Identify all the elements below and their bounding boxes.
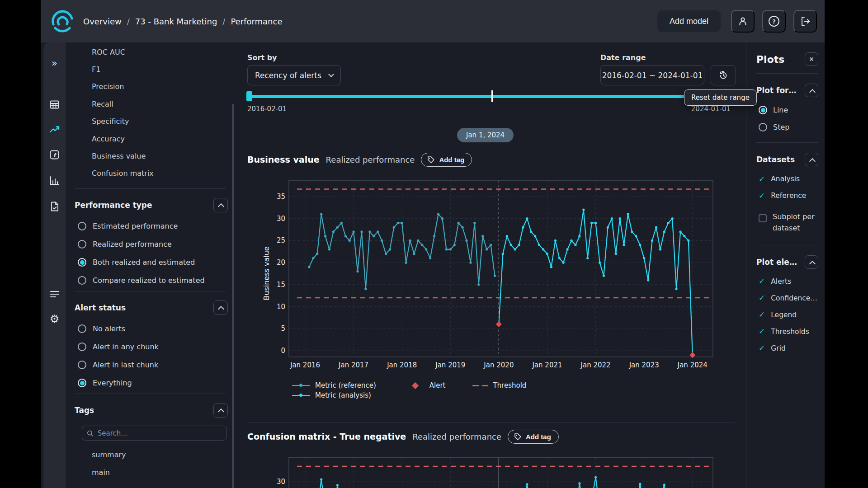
radio-icon-checked [759,106,767,114]
radio-compare-realized-estimated[interactable]: Compare realized to estimated [66,276,235,285]
data-point [683,235,685,237]
metric-item-specificity[interactable]: Specificity [66,113,235,130]
metric-item-precision[interactable]: Precision [66,78,235,95]
radio-icon [78,222,86,230]
data-point [623,244,625,246]
settings-gear-icon[interactable]: ⚙ [50,313,60,325]
collapse-alert-status-button[interactable] [213,300,228,315]
data-point [373,235,375,237]
metric-item-confusion-matrix[interactable]: Confusion matrix [66,165,235,182]
tags-search-box[interactable] [82,426,227,441]
list-icon[interactable] [49,290,60,300]
data-point [599,262,601,264]
checkbox-legend[interactable]: ✓ Legend [756,311,818,319]
collapse-plot-elements-button[interactable] [805,255,818,269]
bar-chart-icon[interactable] [49,175,60,188]
add-tag-button[interactable]: Add tag [508,430,559,444]
radio-step-format[interactable]: Step [756,123,818,131]
slider-end-label: 2024-01-01 [691,105,731,113]
tag-item-summary[interactable]: summary [66,446,235,464]
checkbox-alerts[interactable]: ✓ Alerts [756,277,818,286]
breadcrumb-model[interactable]: 73 - Bank Marketing [135,17,217,26]
data-point [481,235,484,237]
checkbox-analysis[interactable]: ✓ Analysis [756,175,818,183]
breadcrumb-performance[interactable]: Performance [231,17,282,26]
x-tick-label: Jan 2019 [435,361,465,369]
slider-handle[interactable] [246,91,252,101]
metric-item-roc-auc[interactable]: ROC AUC [66,48,235,61]
performance-trend-icon[interactable] [49,125,60,136]
metric-item-business-value[interactable]: Business value [66,147,235,164]
nannyml-logo[interactable] [49,8,76,35]
plot-elements-header: Plot elements [756,255,818,269]
metric-item-accuracy[interactable]: Accuracy [66,130,235,147]
add-tag-button[interactable]: Add tag [421,153,472,167]
radio-realized-performance[interactable]: Realized performance [66,240,235,249]
tag-icon [514,433,522,441]
breadcrumb-separator: / [222,17,225,26]
checkbox-subplot-per-dataset[interactable]: Subplot per dataset [756,211,818,234]
data-grid-icon[interactable] [49,99,60,112]
radio-line-format[interactable]: Line [756,106,818,114]
checkmark-icon: ✓ [759,277,765,285]
sidebar-scrollbar[interactable] [232,104,234,488]
tags-title: Tags [75,406,94,415]
sidebar-divider [75,394,226,394]
function-icon[interactable]: f [49,150,60,162]
collapse-performance-type-button[interactable] [213,198,228,212]
radio-no-alerts[interactable]: No alerts [66,324,235,333]
collapse-plot-format-button[interactable] [805,84,818,97]
metric-item-f1[interactable]: F1 [66,61,235,78]
collapse-datasets-button[interactable] [805,153,818,166]
data-point [651,239,653,242]
reset-date-range-button[interactable] [711,65,736,85]
radio-alert-last-chunk[interactable]: Alert in last chunk [66,361,235,369]
checkbox-confidence-bands[interactable]: ✓ Confidence bands [756,294,818,302]
data-point [445,248,448,250]
checkbox-grid[interactable]: ✓ Grid [756,344,818,352]
logout-button[interactable] [793,10,817,33]
add-model-button[interactable]: Add model [657,10,721,32]
slider-split-marker[interactable] [491,90,493,102]
date-range-input[interactable] [600,65,704,85]
radio-estimated-performance[interactable]: Estimated performance [66,222,235,230]
checkmark-icon: ✓ [759,311,765,319]
help-button[interactable]: ? [762,10,786,33]
data-point [578,482,580,484]
collapse-tags-button[interactable] [213,403,228,418]
business-value-chart-block: Business value Realized performance Add … [247,152,715,400]
data-point [663,483,665,486]
chart-subtitle: Realized performance [412,432,501,441]
breadcrumb-overview[interactable]: Overview [83,17,122,26]
data-point [534,235,536,237]
radio-alert-any-chunk[interactable]: Alert in any chunk [66,343,235,351]
slider-track[interactable] [247,90,731,102]
close-panel-button[interactable]: × [805,52,818,66]
app-body: » f [41,42,825,488]
checkmark-icon: ✓ [759,328,765,335]
data-point [566,248,569,250]
report-doc-icon[interactable] [50,201,60,214]
radio-both-realized-estimated[interactable]: Both realized and estimated [66,258,235,267]
slider-bar[interactable] [247,95,731,98]
plot-elements-title: Plot elements [756,258,802,267]
y-tick-label: 35 [277,192,285,201]
metric-item-recall[interactable]: Recall [66,95,235,113]
checkbox-thresholds[interactable]: ✓ Thresholds [756,328,818,336]
data-point [631,230,633,233]
close-icon: × [809,55,814,63]
sort-by-select[interactable]: Recency of alerts [247,65,341,85]
user-account-button[interactable] [731,10,755,33]
radio-icon [78,240,86,249]
confusion-matrix-plot[interactable]: 30 [247,456,715,488]
y-tick-label: 0 [281,347,285,355]
tag-item-main[interactable]: main [66,464,235,481]
radio-everything[interactable]: Everything [66,379,235,387]
data-point [349,239,351,242]
data-point [506,235,508,237]
data-point [413,253,415,255]
checkbox-reference[interactable]: ✓ Reference [756,192,818,200]
expand-sidebar-icon[interactable]: » [52,59,57,68]
tags-search-input[interactable] [98,429,222,437]
business-value-plot[interactable]: 05101520253035Jan 2016Jan 2017Jan 2018Ja… [247,178,715,371]
